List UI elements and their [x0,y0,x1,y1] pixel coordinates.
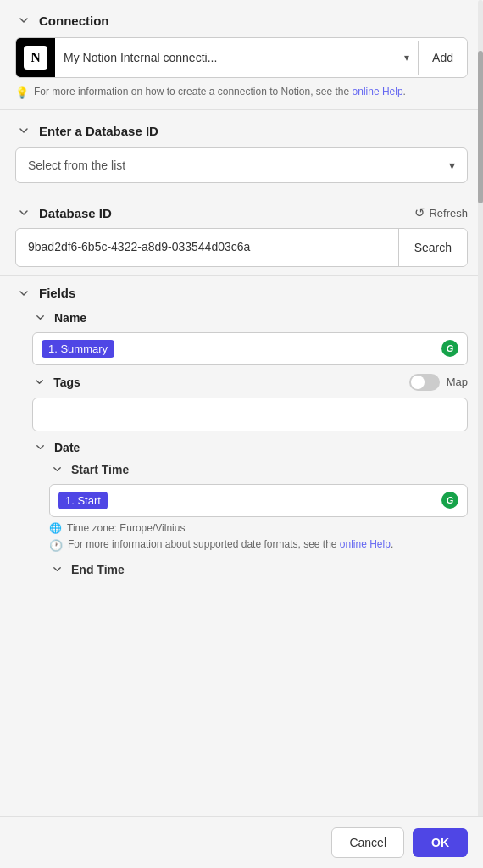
name-field-header: Name [32,310,468,326]
enter-db-id-header: Enter a Database ID [15,122,468,139]
name-field-title: Name [54,311,86,325]
main-page: Connection N My Notion Internal connecti… [0,0,483,868]
start-time-info-text: 🕐 For more information about supported d… [49,537,468,554]
name-field-chevron-icon[interactable] [32,310,47,326]
fields-chevron-icon[interactable] [15,285,32,302]
start-time-chip-text: 1. Start [65,494,101,507]
connection-help-link[interactable]: online Help [353,86,403,97]
end-time-header: End Time [49,562,468,577]
start-time-input-row: 1. Start G [49,484,468,517]
notion-logo: N [16,38,55,77]
database-id-input-row: Search [15,228,468,267]
toggle-knob [411,376,425,389]
name-field-g-icon[interactable]: G [441,340,458,357]
refresh-label: Refresh [429,207,468,220]
connection-info-after: . [403,86,406,97]
enter-db-id-section: Enter a Database ID Select from the list… [0,110,483,192]
clock-icon: 🕐 [49,538,63,554]
timezone-info: 🌐 Time zone: Europe/Vilnius [49,522,468,534]
tags-map-toggle[interactable] [409,374,440,391]
start-time-chip: 1. Start [58,492,108,509]
add-connection-button[interactable]: Add [419,41,467,75]
tags-field-header: Tags Map [32,374,468,391]
connection-chevron-icon[interactable] [15,12,32,29]
connection-info-before: For more information on how to create a … [34,86,353,97]
refresh-button[interactable]: ↺ Refresh [414,205,468,220]
fields-header: Fields [15,285,468,302]
database-id-chevron-icon[interactable] [15,204,32,221]
start-time-info-before: For more information about supported dat… [68,538,340,550]
db-id-select-dropdown[interactable]: Select from the list ▾ [15,147,468,183]
tags-input-area[interactable] [32,398,468,431]
date-field-header: Date [32,440,468,455]
connection-row: N My Notion Internal connecti... ▾ Add [15,37,468,78]
database-id-section: Database ID ↺ Refresh Search [0,192,483,275]
ok-button[interactable]: OK [413,828,468,857]
scrollbar-thumb[interactable] [478,51,483,203]
date-field-title: Date [54,441,80,454]
connection-title: Connection [39,14,109,28]
connection-header: Connection [15,12,468,29]
date-field-chevron-icon[interactable] [32,440,47,455]
start-time-help-link[interactable]: online Help [340,538,391,550]
end-time-subsection: End Time [49,562,468,577]
tags-field-group: Tags Map [32,374,468,431]
database-id-input[interactable] [16,229,398,266]
start-time-g-icon[interactable]: G [441,492,458,509]
database-id-header: Database ID ↺ Refresh [15,204,468,221]
refresh-icon: ↺ [414,205,425,220]
cancel-button[interactable]: Cancel [331,827,404,858]
globe-icon: 🌐 [49,522,62,534]
start-time-header: Start Time [49,462,468,477]
timezone-text: Time zone: Europe/Vilnius [67,522,185,534]
end-time-title: End Time [71,563,125,576]
connection-select-text: My Notion Internal connecti... [64,51,217,64]
start-time-chevron-icon[interactable] [49,462,64,477]
tags-field-title: Tags [53,376,80,389]
db-id-dropdown-arrow-icon: ▾ [449,159,455,172]
connection-dropdown-arrow-icon: ▾ [404,52,409,64]
enter-db-id-title: Enter a Database ID [39,124,158,138]
tags-map-label: Map [447,376,468,388]
fields-title: Fields [39,286,75,300]
start-time-title: Start Time [71,463,129,476]
start-time-subsection: Start Time 1. Start G 🌐 Time zone: Europ… [49,462,468,554]
notion-logo-letter: N [24,46,47,70]
name-field-input-row: 1. Summary G [32,332,468,365]
scrollbar-track [478,0,483,868]
connection-info-text: 💡 For more information on how to create … [15,85,468,101]
end-time-chevron-icon[interactable] [49,562,64,577]
start-time-info-after: . [391,538,393,550]
name-chip: 1. Summary [42,340,114,358]
fields-section: Fields Name 1. Summary G [0,276,483,594]
search-button[interactable]: Search [398,229,467,266]
name-field-group: Name 1. Summary G [32,310,468,365]
tags-field-chevron-icon[interactable] [32,375,47,390]
database-id-title: Database ID [39,206,112,220]
enter-db-id-chevron-icon[interactable] [15,122,32,139]
connection-select-dropdown[interactable]: My Notion Internal connecti... ▾ [55,41,419,75]
connection-section: Connection N My Notion Internal connecti… [0,0,483,109]
db-id-select-placeholder: Select from the list [28,159,125,172]
footer: Cancel OK [0,816,483,868]
date-field-group: Date Start Time 1. Start G [32,440,468,577]
bulb-icon: 💡 [15,86,29,101]
name-chip-text: 1. Summary [48,342,108,355]
